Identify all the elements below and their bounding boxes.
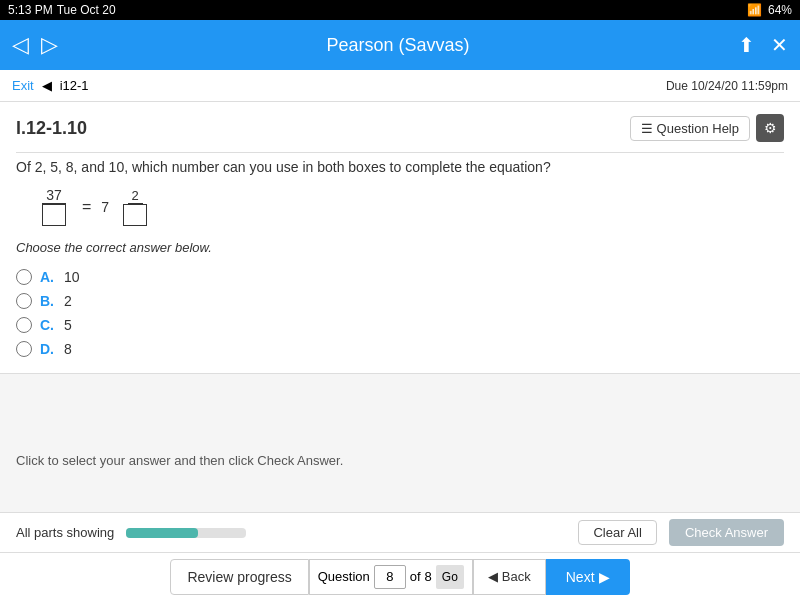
footer-navigation: Review progress Question of 8 Go ◀ Back … (0, 552, 800, 600)
question-help-button[interactable]: ☰ Question Help (630, 116, 750, 141)
option-a-letter: A. (40, 269, 56, 285)
progress-bar-container (126, 528, 246, 538)
close-icon[interactable]: ✕ (771, 33, 788, 57)
check-answer-button[interactable]: Check Answer (669, 519, 784, 546)
all-parts-label: All parts showing (16, 525, 114, 540)
forward-arrow-button[interactable]: ▷ (41, 32, 58, 58)
bottom-status-bar: All parts showing Clear All Check Answer (0, 512, 800, 552)
click-instruction: Click to select your answer and then cli… (16, 453, 343, 468)
go-button[interactable]: Go (436, 565, 464, 589)
next-button[interactable]: Next ▶ (546, 559, 630, 595)
list-icon: ☰ (641, 121, 653, 136)
status-bar-left: 5:13 PM Tue Oct 20 (8, 3, 116, 17)
time: 5:13 PM (8, 3, 53, 17)
option-c[interactable]: C. 5 (16, 313, 784, 337)
radio-a[interactable] (16, 269, 32, 285)
status-bar: 5:13 PM Tue Oct 20 📶 64% (0, 0, 800, 20)
next-label: Next (566, 569, 595, 585)
due-date: Due 10/24/20 11:59pm (666, 79, 788, 93)
content-area: l.12-1.10 ☰ Question Help ⚙ Of 2, 5, 8, … (0, 102, 800, 374)
back-arrow-icon: ◀ (488, 569, 498, 584)
back-arrow-button[interactable]: ◁ (12, 32, 29, 58)
top-nav-icons: ⬆ ✕ (738, 33, 788, 57)
equal-sign: = (82, 198, 91, 216)
option-c-value: 5 (64, 317, 72, 333)
option-c-letter: C. (40, 317, 56, 333)
answer-instruction: Choose the correct answer below. (16, 240, 784, 255)
question-label: Question (318, 569, 370, 584)
lesson-id: i12-1 (60, 78, 89, 93)
review-progress-button[interactable]: Review progress (170, 559, 308, 595)
question-help-label: Question Help (657, 121, 739, 136)
option-a[interactable]: A. 10 (16, 265, 784, 289)
top-navigation: ◁ ▷ Pearson (Savvas) ⬆ ✕ (0, 20, 800, 70)
option-a-value: 10 (64, 269, 80, 285)
rhs-integer: 7 (101, 199, 109, 215)
next-arrow-icon: ▶ (599, 569, 610, 585)
clear-all-button[interactable]: Clear All (578, 520, 656, 545)
breadcrumb-bar: Exit ◀ i12-1 Due 10/24/20 11:59pm (0, 70, 800, 102)
question-id: l.12-1.10 (16, 118, 87, 139)
question-number-input[interactable] (374, 565, 406, 589)
answer-options: A. 10 B. 2 C. 5 D. 8 (16, 265, 784, 361)
share-icon[interactable]: ⬆ (738, 33, 755, 57)
exit-link[interactable]: Exit (12, 78, 34, 93)
of-label: of (410, 569, 421, 584)
question-header: l.12-1.10 ☰ Question Help ⚙ (16, 114, 784, 142)
back-button[interactable]: ◀ Back (473, 559, 546, 595)
date: Tue Oct 20 (57, 3, 116, 17)
wifi-icon: 📶 (747, 3, 762, 17)
breadcrumb-left: Exit ◀ i12-1 (12, 78, 89, 93)
denominator-box (36, 204, 72, 226)
box-rhs-den (123, 204, 147, 226)
option-d-value: 8 (64, 341, 72, 357)
nav-arrows: ◁ ▷ (12, 32, 58, 58)
option-b[interactable]: B. 2 (16, 289, 784, 313)
battery: 64% (768, 3, 792, 17)
box-denominator (42, 204, 66, 226)
breadcrumb-separator: ◀ (42, 78, 52, 93)
total-questions: 8 (425, 569, 432, 584)
option-d-letter: D. (40, 341, 56, 357)
question-text: Of 2, 5, 8, and 10, which number can you… (16, 159, 784, 175)
settings-button[interactable]: ⚙ (756, 114, 784, 142)
app-title: Pearson (Savvas) (326, 35, 469, 56)
rhs-frac-num: 2 (128, 188, 143, 204)
radio-d[interactable] (16, 341, 32, 357)
option-b-letter: B. (40, 293, 56, 309)
radio-c[interactable] (16, 317, 32, 333)
radio-b[interactable] (16, 293, 32, 309)
option-d[interactable]: D. 8 (16, 337, 784, 361)
progress-bar-fill (126, 528, 198, 538)
divider (16, 152, 784, 153)
numerator: 37 (42, 187, 66, 204)
status-bar-right: 📶 64% (747, 3, 792, 17)
back-label: Back (502, 569, 531, 584)
equation-area: 37 = 7 2 (36, 187, 784, 226)
option-b-value: 2 (64, 293, 72, 309)
rhs-frac-den (117, 204, 153, 226)
question-nav-area: Question of 8 Go (309, 559, 473, 595)
